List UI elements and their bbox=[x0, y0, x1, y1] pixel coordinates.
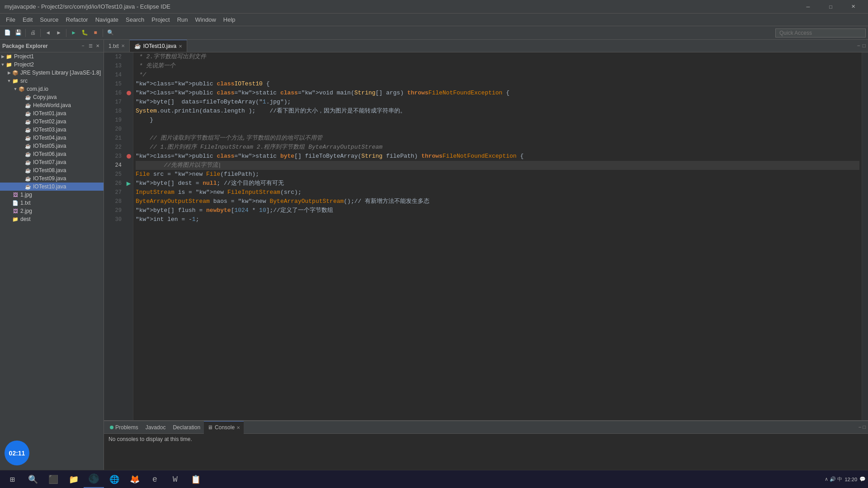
tab-min-button[interactable]: − bbox=[857, 43, 860, 49]
console-message: No consoles to display at this time. bbox=[108, 436, 192, 442]
sidebar-item-jre[interactable]: ▶📦JRE System Library [JavaSE-1.8] bbox=[0, 69, 104, 77]
tree-label-file1txt: 1.txt bbox=[20, 200, 31, 206]
menu-source[interactable]: Source bbox=[36, 14, 62, 26]
sidebar-item-iotest10[interactable]: ☕IOTest10.java bbox=[0, 183, 104, 191]
sidebar-item-iotest03[interactable]: ☕IOTest03.java bbox=[0, 126, 104, 134]
sidebar-item-iotest07[interactable]: ☕IOTest07.java bbox=[0, 158, 104, 166]
taskbar-eclipse-button[interactable]: 🌑 bbox=[84, 471, 104, 488]
sidebar-item-img1jpg[interactable]: 🖼1.jpg bbox=[0, 191, 104, 199]
sidebar-item-iotest09[interactable]: ☕IOTest09.java bbox=[0, 174, 104, 183]
tb-run-button[interactable]: ▶ bbox=[69, 28, 79, 38]
tb-back-button[interactable]: ◀ bbox=[43, 28, 53, 38]
sidebar-item-iotest01[interactable]: ☕IOTest01.java bbox=[0, 109, 104, 117]
window-title: myjavacpde - Project2/src/com/jd/io/IOTe… bbox=[5, 3, 798, 10]
tree-label-iotest01: IOTest01.java bbox=[33, 110, 66, 117]
gutter-line-22 bbox=[124, 143, 133, 152]
tree-label-iotest05: IOTest05.java bbox=[33, 143, 66, 149]
sidebar-item-iotest06[interactable]: ☕IOTest06.java bbox=[0, 150, 104, 158]
sidebar-close-button[interactable]: ✕ bbox=[94, 42, 101, 50]
taskbar-start-button[interactable]: ⊞ bbox=[2, 471, 23, 488]
menu-help[interactable]: Help bbox=[220, 14, 239, 26]
tree-icon-iotest02: ☕ bbox=[24, 118, 32, 125]
tb-new-button[interactable]: 📄 bbox=[2, 28, 12, 38]
taskbar-notification[interactable]: 💬 bbox=[859, 476, 866, 482]
sidebar-item-comjdio[interactable]: ▼📦com.jd.io bbox=[0, 85, 104, 93]
taskbar-ie-button[interactable]: e bbox=[145, 471, 165, 488]
sidebar-item-helloworldjava[interactable]: ☕HelloWorld.java bbox=[0, 101, 104, 109]
taskbar-tasks-button[interactable]: ⬛ bbox=[43, 471, 63, 488]
gutter-line-16 bbox=[124, 89, 133, 98]
tree-label-iotest09: IOTest09.java bbox=[33, 175, 66, 182]
bottom-content: No consoles to display at this time. bbox=[104, 434, 868, 474]
menu-refactor[interactable]: Refactor bbox=[62, 14, 92, 26]
editor-scrollbar[interactable] bbox=[862, 52, 868, 420]
tab-max-button[interactable]: □ bbox=[863, 43, 866, 49]
code-line-20 bbox=[136, 125, 859, 134]
tab-1txt[interactable]: 1.txt ✕ bbox=[104, 40, 130, 52]
taskbar-search-button[interactable]: 🔍 bbox=[23, 471, 43, 488]
tree-icon-iotest07: ☕ bbox=[24, 159, 32, 166]
taskbar-explorer-button[interactable]: 📁 bbox=[63, 471, 84, 488]
tab-iotest10-close[interactable]: ✕ bbox=[179, 44, 182, 49]
bottom-panel-min-button[interactable]: − bbox=[859, 425, 862, 430]
taskbar-app5-button[interactable]: 📋 bbox=[185, 471, 206, 488]
tree-label-jre: JRE System Library [JavaSE-1.8] bbox=[20, 70, 101, 76]
line-num-12: 12 bbox=[104, 52, 122, 61]
bottom-tab-console-close[interactable]: ✕ bbox=[236, 425, 240, 430]
gutter-line-29 bbox=[124, 206, 133, 215]
bottom-tab-declaration[interactable]: Declaration bbox=[169, 421, 204, 434]
sidebar-item-src[interactable]: ▼📁src bbox=[0, 77, 104, 85]
sidebar-item-dest[interactable]: 📁dest bbox=[0, 215, 104, 223]
tb-stop-button[interactable]: ■ bbox=[90, 28, 100, 38]
sidebar-item-project2[interactable]: ▼📁Project2 bbox=[0, 61, 104, 69]
tab-iotest10[interactable]: ☕ IOTest10.java ✕ bbox=[130, 40, 187, 52]
tree-icon-iotest10: ☕ bbox=[24, 183, 32, 190]
minimize-button[interactable]: ─ bbox=[798, 0, 818, 14]
tb-save-button[interactable]: 💾 bbox=[13, 28, 23, 38]
bottom-tab-console[interactable]: 🖥 Console ✕ bbox=[204, 421, 244, 434]
menu-project[interactable]: Project bbox=[148, 14, 173, 26]
code-line-26: "kw">byte[] dest = null; //这个目的地可有可无 bbox=[136, 179, 859, 188]
taskbar-firefox-button[interactable]: 🦊 bbox=[124, 471, 145, 488]
taskbar-word-button[interactable]: W bbox=[165, 471, 185, 488]
sidebar-item-iotest08[interactable]: ☕IOTest08.java bbox=[0, 166, 104, 174]
problems-dot bbox=[110, 426, 113, 429]
menu-search[interactable]: Search bbox=[122, 14, 148, 26]
menu-edit[interactable]: Edit bbox=[19, 14, 36, 26]
sidebar-item-project1[interactable]: ▶📁Project1 bbox=[0, 52, 104, 61]
sidebar-item-file1txt[interactable]: 📄1.txt bbox=[0, 199, 104, 207]
bottom-panel-buttons: − □ bbox=[859, 425, 866, 430]
tree-label-comjdio: com.jd.io bbox=[27, 86, 48, 92]
package-explorer-title: Package Explorer bbox=[2, 43, 80, 49]
taskbar-right: ∧ 🔊 中 12:20 💬 bbox=[825, 476, 866, 483]
tb-search-button[interactable]: 🔍 bbox=[105, 28, 115, 38]
tree-icon-comjdio: 📦 bbox=[18, 85, 25, 93]
sidebar-item-iotest02[interactable]: ☕IOTest02.java bbox=[0, 117, 104, 126]
menu-navigate[interactable]: Navigate bbox=[92, 14, 122, 26]
code-editor: 12131415161718192021222324252627282930 ▶… bbox=[104, 52, 868, 420]
code-content[interactable]: * 2.字节数组写出到文件 * 先说第一个 */"kw">class="kw">… bbox=[133, 52, 862, 420]
bottom-tab-javadoc[interactable]: Javadoc bbox=[142, 421, 170, 434]
menu-file[interactable]: File bbox=[2, 14, 19, 26]
code-line-23: "kw">class="kw">public class="kw">static… bbox=[136, 152, 859, 161]
menu-window[interactable]: Window bbox=[192, 14, 220, 26]
tab-1txt-close[interactable]: ✕ bbox=[121, 43, 125, 48]
sidebar-minimize-button[interactable]: − bbox=[80, 42, 87, 50]
sidebar-item-copyjava[interactable]: ☕Copy.java bbox=[0, 93, 104, 101]
tree-label-src: src bbox=[20, 78, 28, 84]
tb-print-button[interactable]: 🖨 bbox=[28, 28, 38, 38]
sidebar-item-img2jpg[interactable]: 🖼2.jpg bbox=[0, 207, 104, 215]
bottom-panel-max-button[interactable]: □ bbox=[863, 425, 866, 430]
sidebar-menu-button[interactable]: ☰ bbox=[87, 42, 94, 50]
tb-forward-button[interactable]: ▶ bbox=[54, 28, 64, 38]
quick-access-input[interactable] bbox=[775, 28, 866, 38]
sidebar-item-iotest04[interactable]: ☕IOTest04.java bbox=[0, 134, 104, 142]
maximize-button[interactable]: □ bbox=[821, 0, 841, 14]
menu-run[interactable]: Run bbox=[174, 14, 192, 26]
sidebar-item-iotest05[interactable]: ☕IOTest05.java bbox=[0, 142, 104, 150]
taskbar-chrome-button[interactable]: 🌐 bbox=[104, 471, 124, 488]
line-num-16: 16 bbox=[104, 89, 122, 98]
bottom-tab-problems[interactable]: Problems bbox=[106, 421, 142, 434]
tb-debug-button[interactable]: 🐛 bbox=[80, 28, 90, 38]
close-button[interactable]: ✕ bbox=[843, 0, 863, 14]
